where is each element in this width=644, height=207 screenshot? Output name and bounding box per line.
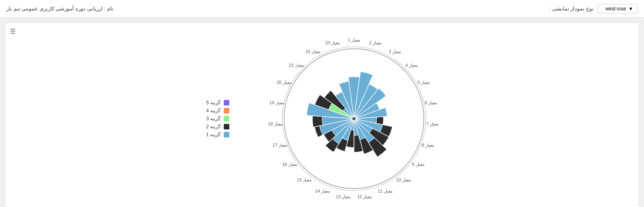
legend-label-2: گزینه 2 xyxy=(206,124,221,129)
legend-item-5: گزینه 5 xyxy=(206,100,229,105)
chart-type-label: نوع نمودار نمایشی : xyxy=(549,6,594,12)
wind-rose-svg xyxy=(270,35,438,203)
dropdown-value: wind rose xyxy=(606,6,626,12)
chart-container: ☰ xyxy=(5,22,639,207)
wind-rose-chart: معیار 1معیار 2معیار 3معیار 4معیار 5معیار… xyxy=(270,35,438,203)
legend-item-2: گزینه 2 xyxy=(206,124,229,129)
legend-label-4: گزینه 4 xyxy=(206,108,221,113)
legend-color-5 xyxy=(224,100,229,105)
legend-item-1: گزینه 1 xyxy=(206,132,229,137)
legend-area: گزینه 5 گزینه 4 گزینه 3 گزینه 2 گزینه 1 xyxy=(206,100,254,137)
chart-type-dropdown[interactable]: ▼ wind rose xyxy=(598,4,638,14)
legend-label-1: گزینه 1 xyxy=(206,132,221,137)
svg-point-26 xyxy=(352,117,356,120)
legend-color-2 xyxy=(224,124,229,129)
legend-color-3 xyxy=(224,116,229,121)
chart-menu-icon[interactable]: ☰ xyxy=(10,28,16,35)
legend-color-1 xyxy=(224,132,229,137)
top-bar-left: ▼ wind rose نوع نمودار نمایشی : xyxy=(549,4,638,14)
top-bar: ▼ wind rose نوع نمودار نمایشی : نام : ار… xyxy=(0,0,644,18)
legend-color-4 xyxy=(224,108,229,113)
dropdown-arrow-icon: ▼ xyxy=(628,6,633,12)
legend-item-3: گزینه 3 xyxy=(206,116,229,121)
main-content: ☰ xyxy=(0,18,644,207)
page-title: نام : ارزیابی دوره آموزشی کاربری عمومی ت… xyxy=(6,6,113,12)
legend-item-4: گزینه 4 xyxy=(206,108,229,113)
chart-area: معیار 1معیار 2معیار 3معیار 4معیار 5معیار… xyxy=(13,31,631,207)
legend-label-3: گزینه 3 xyxy=(206,116,221,121)
legend-label-5: گزینه 5 xyxy=(206,100,221,105)
